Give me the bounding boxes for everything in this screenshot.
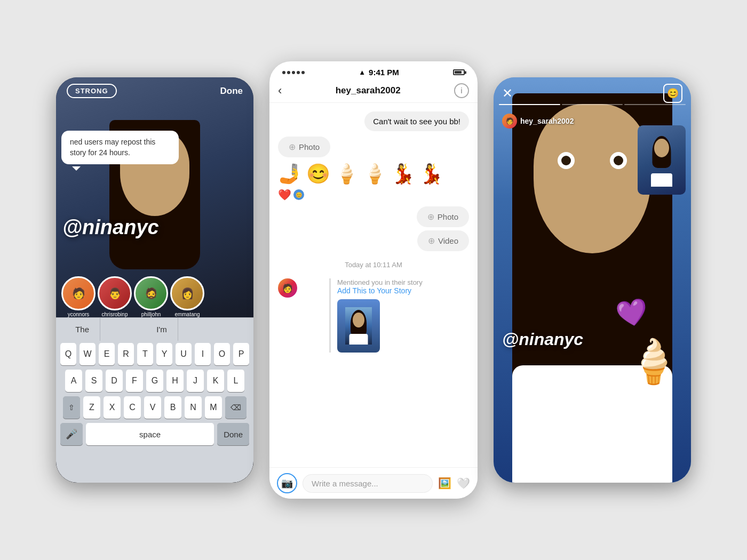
key-x[interactable]: X [104, 396, 121, 419]
key-f[interactable]: F [126, 370, 143, 392]
repost-tooltip: ned users may repost this story for 24 h… [61, 131, 179, 164]
key-mic[interactable]: 🎤 [60, 423, 83, 445]
avatar-image: 👨 [99, 278, 130, 309]
avatar-chrisrobinp[interactable]: 👨 chrisrobinp [98, 276, 132, 317]
story-close-button[interactable]: ✕ [502, 86, 513, 101]
autocomplete-the[interactable]: The [65, 318, 100, 341]
avatar-philljohn[interactable]: 🧔 philljohn [134, 276, 168, 317]
battery-icon [453, 69, 465, 75]
key-n[interactable]: N [185, 396, 202, 419]
key-z[interactable]: Z [83, 396, 100, 419]
key-v[interactable]: V [144, 396, 161, 419]
avatar-image: 👩 [172, 278, 203, 309]
key-done[interactable]: Done [217, 423, 249, 445]
info-button[interactable]: i [454, 83, 469, 98]
received-photo-button[interactable]: ⊕ Photo [278, 137, 330, 157]
emoji-smile: 😊 [306, 163, 330, 185]
key-b[interactable]: B [164, 396, 181, 419]
mention-story-thumbnail[interactable] [337, 299, 380, 353]
key-c[interactable]: C [124, 396, 141, 419]
dot-4 [297, 71, 300, 74]
key-j[interactable]: J [187, 370, 204, 392]
sticker-picker-button[interactable]: 😊 [663, 84, 682, 103]
image-picker-icon[interactable]: 🖼️ [438, 477, 451, 490]
your-story-icon: + [615, 442, 622, 455]
emoji-dancer-2: 💃 [419, 163, 443, 185]
sent-photo-button[interactable]: ⊕ Photo [417, 206, 469, 227]
sent-media-row: ⊕ Photo ⊕ Video [278, 206, 469, 251]
story-tagger-avatar[interactable]: 🧑 [502, 114, 517, 129]
key-u[interactable]: U [176, 343, 192, 365]
story-action-bar: ↓ Save + Your Story [494, 436, 691, 472]
key-t[interactable]: T [137, 343, 153, 365]
photo-plus-icon-right: ⊕ [427, 212, 434, 222]
avatar-label: yconnors [68, 311, 90, 317]
story-top-controls: ✕ 😊 [494, 84, 691, 103]
keyboard-bottom-row: 🎤 space Done [56, 421, 253, 447]
key-shift[interactable]: ⇧ [63, 396, 80, 419]
progress-bar-1 [499, 104, 560, 105]
key-g[interactable]: G [146, 370, 163, 392]
back-button[interactable]: ‹ [278, 84, 282, 98]
heart-sticker[interactable]: 💜 [614, 295, 651, 331]
emoji-icecream-2: 🍦 [363, 163, 387, 185]
phone2-dm: ▲ 9:41 PM ‹ hey_sarah2002 i Can't wait t… [269, 61, 478, 499]
status-bar: ▲ 9:41 PM [269, 61, 478, 79]
avatar-label: philljohn [141, 311, 161, 317]
add-to-story-link[interactable]: Add This to Your Story [337, 286, 423, 295]
emoji-dancer-1: 💃 [391, 163, 415, 185]
dm-contact-name: hey_sarah2002 [282, 85, 454, 96]
icecream-sticker[interactable]: 🍦 [627, 337, 680, 387]
avatar-yconnors[interactable]: 🧑 yconnors [61, 276, 96, 317]
key-i[interactable]: I [195, 343, 211, 365]
signal-dots [282, 71, 305, 74]
your-story-action-button[interactable]: + Your Story [602, 436, 634, 472]
sticker-icon: 😊 [667, 87, 679, 99]
save-action-button[interactable]: ↓ Save [551, 436, 575, 472]
wifi-icon: ▲ [359, 68, 365, 76]
story-done-button[interactable]: Done [220, 86, 243, 97]
key-a[interactable]: A [65, 370, 82, 392]
sent-video-button[interactable]: ⊕ Video [417, 230, 469, 251]
sender-avatar: 🧑 [278, 278, 297, 298]
key-p[interactable]: P [233, 343, 249, 365]
avatar-label: chrisrobinp [102, 311, 128, 317]
key-k[interactable]: K [207, 370, 224, 392]
avatars-row: 🧑 yconnors 👨 chrisrobinp 🧔 philljohn 👩 [56, 276, 253, 317]
heart-input-icon[interactable]: 🤍 [457, 477, 470, 490]
autocomplete-bar: The I'm [56, 317, 253, 341]
key-h[interactable]: H [166, 370, 184, 392]
key-w[interactable]: W [80, 343, 96, 365]
key-o[interactable]: O [214, 343, 230, 365]
your-story-icon-circle: + [606, 436, 630, 461]
camera-icon: 📷 [281, 477, 293, 489]
key-r[interactable]: R [118, 343, 134, 365]
avatar-emmatang[interactable]: 👩 emmatang [170, 276, 204, 317]
key-q[interactable]: Q [60, 343, 76, 365]
video-plus-icon: ⊕ [428, 236, 435, 246]
status-center: ▲ 9:41 PM [359, 68, 399, 77]
key-s[interactable]: S [85, 370, 102, 392]
key-d[interactable]: D [106, 370, 123, 392]
message-input[interactable]: Write a message... [303, 474, 433, 493]
key-y[interactable]: Y [156, 343, 172, 365]
key-backspace[interactable]: ⌫ [225, 396, 247, 419]
story-pupil-left [561, 156, 571, 165]
photo-label-right: Photo [438, 212, 458, 221]
key-m[interactable]: M [205, 396, 222, 419]
avatar-image: 🧔 [136, 278, 166, 309]
key-space[interactable]: space [86, 423, 214, 445]
main-container: STRONG Done ned users may repost this st… [0, 0, 747, 560]
camera-button[interactable]: 📷 [277, 473, 297, 493]
phone3-story-view: ✕ 😊 🧑 hey_sarah2002 @ninanyc [494, 77, 691, 483]
heart-reaction: ❤️ [278, 188, 291, 201]
strong-badge: STRONG [67, 84, 117, 98]
key-l[interactable]: L [227, 370, 244, 392]
key-e[interactable]: E [99, 343, 115, 365]
autocomplete-im[interactable]: I'm [146, 318, 178, 341]
message-input-bar: 📷 Write a message... 🖼️ 🤍 [269, 467, 478, 499]
story-eye-right [610, 152, 627, 169]
emoji-selfie: 🤳 [278, 163, 302, 185]
thumbnail-content [345, 307, 372, 345]
your-story-label: Your Story [602, 464, 634, 472]
